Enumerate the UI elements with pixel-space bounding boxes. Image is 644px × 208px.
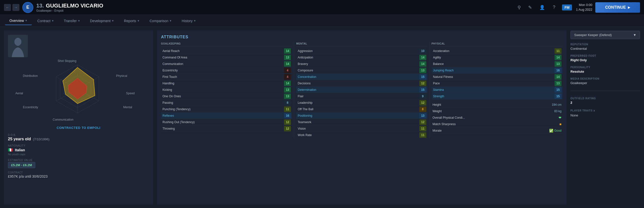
physical-column: PHYSICAL Acceleration 11 Agility 14 Bala…	[432, 42, 562, 138]
attr-strength: Strength 15	[432, 93, 562, 100]
attr-natural-fitness: Natural Fitness 14	[432, 74, 562, 80]
morale-value: Good	[554, 129, 562, 132]
player-traits-section: PLAYER TRAITS › None	[570, 108, 640, 117]
continue-button[interactable]: CONTINUE	[595, 2, 640, 13]
value-label: ESTIMATED VALUE	[8, 159, 149, 161]
radar-chart: Shot Stopping Distribution Physical Aeri…	[8, 59, 152, 124]
weight-value: 83 kg	[554, 109, 562, 113]
attr-eccentricity: Eccentricity 4	[161, 67, 292, 74]
player-traits-arrow-icon: ›	[594, 108, 595, 112]
youth-caps: No youth caps	[8, 153, 149, 156]
attr-decisions: Decisions 12	[296, 80, 427, 87]
outfield-rating-label: OUTFIELD RATING	[570, 97, 640, 100]
mental-label: Mental	[123, 105, 132, 109]
tab-history[interactable]: History ▼	[177, 17, 200, 25]
attr-communication: Communication 14	[161, 61, 292, 67]
forward-button[interactable]: →	[12, 4, 20, 11]
role-selector[interactable]: Sweeper Keeper (Defend) ▼	[570, 31, 640, 39]
match-sharpness-row: Match Sharpness ■	[432, 121, 562, 127]
back-button[interactable]: ←	[4, 4, 11, 11]
chevron-icon: ▼	[78, 20, 80, 22]
player-traits-label: PLAYER TRAITS ›	[570, 108, 640, 112]
divider-1	[294, 42, 294, 138]
attr-aggression: Aggression 10	[296, 48, 427, 54]
attr-agility: Agility 14	[432, 54, 562, 61]
media-description-section: MEDIA DESCRIPTION Goalkeeper	[570, 77, 640, 85]
nationality-name: Italian	[15, 148, 25, 152]
attr-rushing-out: Rushing Out (Tendency) 12	[161, 119, 292, 125]
personality-label: PERSONALITY	[570, 66, 640, 69]
attr-command-of-area: Command Of Area 13	[161, 54, 292, 61]
tab-reports[interactable]: Reports ▼	[120, 17, 144, 25]
attr-stamina: Stamina 15	[432, 87, 562, 93]
eccentricity-label: Eccentricity	[23, 105, 38, 109]
tab-comparison[interactable]: Comparison ▼	[145, 17, 176, 25]
attributes-columns: GOALKEEPING Aerial Reach 14 Command Of A…	[161, 42, 562, 138]
contract-section: CONTRACT £957K p/a until 30/6/2023	[8, 171, 149, 178]
dob-label: D.O.B.	[8, 134, 149, 136]
nav-tabs: Overview ▼ Contract ▼ Transfer ▼ Develop…	[0, 15, 644, 27]
club-badge	[22, 2, 33, 13]
overall-condition-label: Overall Physical Condi...	[432, 116, 465, 119]
weight-row: Weight 83 kg	[432, 108, 562, 114]
tab-development[interactable]: Development ▼	[86, 17, 118, 25]
datetime: Mon 0:00 1 Aug 2022	[576, 3, 592, 12]
preferred-foot-label: PREFERRED FOOT	[570, 55, 640, 57]
value-section: ESTIMATED VALUE £5.2M - £6.2M	[8, 159, 149, 168]
player-photo	[8, 35, 28, 57]
left-panel: Shot Stopping Distribution Physical Aeri…	[4, 31, 153, 204]
attributes-panel: ATTRIBUTES GOALKEEPING Aerial Reach 14 C…	[157, 31, 566, 204]
morale-row: Morale ✅ Good	[432, 127, 562, 134]
outfield-rating-section: OUTFIELD RATING 2	[570, 97, 640, 104]
player-traits-value: None	[570, 113, 640, 117]
search-button[interactable]: ⚲	[515, 4, 523, 12]
edit-button[interactable]: ✎	[526, 4, 534, 12]
face-button[interactable]: 👤	[538, 4, 546, 12]
attr-determination: Determination 15	[296, 87, 427, 93]
chevron-icon: ▼	[112, 20, 114, 22]
nationality-section: NATIONALITY 🇮🇹 Italian No youth caps	[8, 144, 149, 156]
attr-vision: Vision 11	[296, 125, 427, 132]
tab-transfer[interactable]: Transfer ▼	[60, 17, 85, 25]
attr-acceleration: Acceleration 11	[432, 48, 562, 54]
media-description-label: MEDIA DESCRIPTION	[570, 77, 640, 80]
attr-off-the-ball: Off The Ball 8	[296, 106, 427, 112]
media-description-value: Goalkeeper	[570, 81, 640, 85]
speed-label: Speed	[126, 92, 135, 95]
contract-value: £957K p/a until 30/6/2023	[8, 174, 149, 178]
attr-throwing: Throwing 12	[161, 125, 292, 132]
preferred-foot-value: Right Only	[570, 58, 640, 62]
attr-flair: Flair 9	[296, 93, 427, 100]
value-badge: £5.2M - £6.2M	[8, 162, 35, 168]
main-content: Shot Stopping Distribution Physical Aeri…	[0, 27, 644, 208]
tab-overview[interactable]: Overview ▼	[5, 17, 32, 25]
side-panel: Sweeper Keeper (Defend) ▼ REPUTATION Con…	[570, 31, 640, 204]
tab-contract[interactable]: Contract ▼	[33, 17, 58, 25]
chevron-icon: ▼	[52, 20, 54, 22]
personality-section: PERSONALITY Resolute	[570, 66, 640, 73]
mental-column: MENTAL Aggression 10 Anticipation 14 Bra…	[296, 42, 427, 138]
player-name: GUGLIELMO VICARIO	[46, 3, 103, 9]
heart-icon: ❤	[558, 116, 562, 120]
top-bar: ← → 13. GUGLIELMO VICARIO Goalkeeper - E…	[0, 0, 644, 15]
radar-svg	[43, 59, 112, 124]
goalkeeping-column: GOALKEEPING Aerial Reach 14 Command Of A…	[161, 42, 292, 138]
attributes-title: ATTRIBUTES	[161, 35, 562, 39]
outfield-rating-value: 2	[570, 101, 640, 104]
attr-handling: Handling 14	[161, 80, 292, 87]
help-button[interactable]: ?	[550, 4, 558, 12]
svg-point-1	[14, 38, 21, 46]
attr-first-touch: First Touch 4	[161, 74, 292, 80]
player-info-block	[31, 35, 149, 57]
player-profile-top	[8, 35, 149, 57]
attr-bravery: Bravery 14	[296, 61, 427, 67]
player-age: 25 years old	[8, 137, 31, 141]
attr-balance: Balance 13	[432, 61, 562, 67]
attr-teamwork: Teamwork 12	[296, 119, 427, 125]
chevron-icon: ▼	[169, 20, 172, 22]
attr-concentration: Concentration 15	[296, 74, 427, 80]
aerial-label: Aerial	[16, 92, 23, 95]
morale-icon: ✅	[549, 129, 553, 133]
attr-passing: Passing 8	[161, 100, 292, 106]
attr-leadership: Leadership 12	[296, 100, 427, 106]
